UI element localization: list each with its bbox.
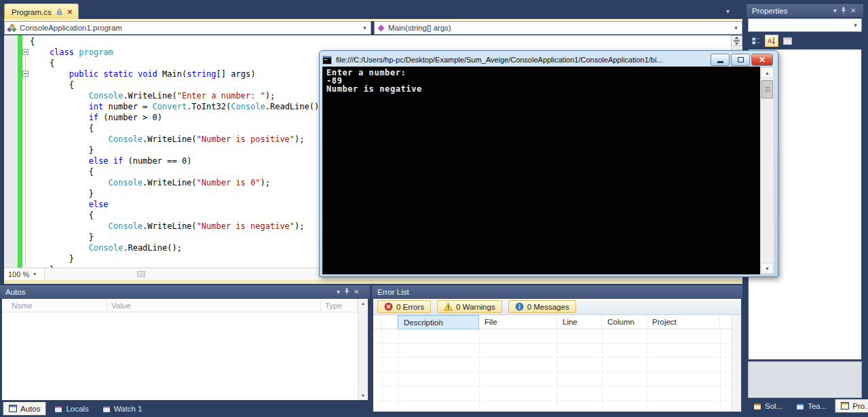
column-header-description[interactable]: Description: [398, 315, 479, 329]
code-line: {: [30, 123, 329, 134]
type-dropdown[interactable]: ConsoleApplication1.program: [4, 21, 371, 35]
class-icon: [7, 24, 17, 33]
window-menu-icon[interactable]: [833, 7, 837, 14]
tab-close-icon[interactable]: [67, 8, 73, 16]
visual-studio-ide-window: Program.cs ConsoleApplication1.program M…: [0, 0, 868, 417]
zoom-value: 100 %: [8, 270, 29, 278]
grid-line: [479, 329, 480, 412]
pin-icon[interactable]: [841, 7, 846, 14]
error-list-titlebar[interactable]: Error List: [372, 285, 742, 298]
column-header-line[interactable]: Line: [557, 315, 602, 329]
object-selector-dropdown[interactable]: [748, 18, 862, 32]
filter-button-messages[interactable]: 0 Messages: [508, 300, 576, 313]
tool-window-icon: [54, 405, 62, 413]
column-header-value[interactable]: Value: [107, 299, 321, 312]
scroll-up-icon[interactable]: ▲: [358, 301, 368, 306]
tab-label: Pro...: [852, 402, 868, 410]
code-line: if (number > 0): [30, 112, 329, 123]
column-header-file[interactable]: File: [479, 315, 557, 329]
scroll-up-icon[interactable]: ▲: [761, 67, 774, 78]
console-line: Number is negative: [326, 85, 422, 93]
icon-column: [381, 315, 398, 329]
code-line: else: [30, 199, 329, 210]
filter-button-errors[interactable]: 0 Errors: [377, 300, 431, 313]
grid-line: [647, 329, 647, 412]
categorized-button[interactable]: [749, 35, 763, 47]
property-pages-button[interactable]: [780, 35, 794, 47]
grid-line: [602, 329, 603, 412]
tab-program-cs[interactable]: Program.cs: [4, 3, 79, 20]
tab-label: Watch 1: [114, 405, 143, 413]
tab-autos[interactable]: Autos: [3, 402, 46, 416]
fold-collapse-box[interactable]: [22, 71, 29, 77]
close-icon[interactable]: [354, 288, 359, 295]
tab-watch-1[interactable]: Watch 1: [97, 402, 148, 416]
code-line: {: [30, 58, 329, 69]
tab-tea-[interactable]: Tea...: [791, 399, 832, 413]
scroll-down-icon[interactable]: ▼: [358, 393, 368, 398]
pin-icon[interactable]: [344, 288, 350, 295]
scrollbar-thumb[interactable]: [761, 80, 773, 98]
categorized-icon: [752, 37, 760, 45]
column-header-project[interactable]: Project: [647, 315, 720, 329]
error-list-panel: Error List 0 Errors0 Warnings0 Messages …: [372, 285, 742, 412]
console-output-area: Enter a number:-89Number is negative: [322, 67, 761, 274]
error-grid: [373, 329, 732, 412]
code-line: {: [30, 166, 329, 177]
error-list-scrollbar[interactable]: [732, 315, 741, 412]
code-line: class program: [30, 47, 329, 58]
column-header-name[interactable]: Name: [7, 299, 107, 312]
error-column-headers: DescriptionFileLineColumnProject: [373, 315, 732, 329]
maximize-button[interactable]: [731, 54, 750, 66]
tab-pro-[interactable]: Pro...: [835, 399, 868, 413]
code-line: {: [30, 210, 329, 221]
code-line: {: [30, 36, 329, 47]
filter-button-warnings[interactable]: 0 Warnings: [437, 300, 502, 313]
close-icon[interactable]: [850, 7, 856, 14]
console-scrollbar[interactable]: ▲ ▼: [760, 67, 774, 274]
scroll-down-icon[interactable]: ▼: [761, 263, 774, 274]
tab-label: Autos: [20, 405, 40, 413]
minimize-button[interactable]: [711, 54, 730, 66]
code-line: }: [30, 232, 329, 242]
change-tracking-bar: [18, 35, 22, 268]
column-header-type[interactable]: Type: [321, 299, 358, 312]
horizontal-scrollbar-thumb[interactable]: [137, 271, 145, 277]
error-filter-toolbar: 0 Errors0 Warnings0 Messages: [373, 299, 741, 315]
right-tab-row: Sol...Tea...Pro...: [748, 399, 868, 413]
autos-column-headers: NameValueType: [2, 299, 368, 312]
lock-icon: [56, 8, 62, 16]
split-grip-icon: [733, 37, 740, 45]
minimize-icon: [717, 61, 723, 63]
properties-description-box: [748, 361, 862, 398]
column-header-column[interactable]: Column: [602, 315, 647, 329]
autos-titlebar[interactable]: Autos: [0, 285, 370, 298]
zoom-dropdown[interactable]: 100 %: [4, 268, 45, 280]
row-selector-column: [373, 315, 381, 329]
member-dropdown[interactable]: Main(string[] args): [374, 21, 742, 35]
tab-locals[interactable]: Locals: [49, 402, 94, 416]
code-line: else if (number == 0): [30, 156, 329, 166]
tab-list-dropdown-icon[interactable]: [726, 7, 730, 15]
error-list-body: 0 Errors0 Warnings0 Messages Description…: [373, 298, 742, 412]
method-icon: [377, 24, 385, 33]
code-line: Console.WriteLine("Number is negative");: [30, 221, 329, 232]
code-line: }: [30, 188, 329, 199]
fold-collapse-box[interactable]: [22, 49, 29, 55]
tab-label: Sol...: [765, 402, 782, 410]
tool-window-icon: [796, 403, 804, 410]
console-titlebar[interactable]: file:///C:/Users/hp-pc/Desktop/Example/S…: [322, 53, 775, 67]
close-button[interactable]: [751, 54, 773, 66]
code-line: Console.WriteLine("Number is positive");: [30, 134, 329, 145]
svg-text:A: A: [768, 37, 772, 44]
alphabetical-button[interactable]: A: [765, 35, 778, 47]
message-icon: [515, 302, 524, 311]
grid-line: [398, 329, 398, 412]
tab-sol-[interactable]: Sol...: [748, 399, 788, 413]
window-menu-icon[interactable]: [337, 288, 340, 295]
chevron-down-icon: [851, 21, 860, 30]
autos-scrollbar[interactable]: ▲ ▼: [358, 299, 368, 400]
code-text: {class program{public static void Main(s…: [30, 36, 329, 268]
editor-splitter-handle[interactable]: [731, 35, 742, 46]
code-line: Console.WriteLine("Number is 0");: [30, 177, 329, 188]
